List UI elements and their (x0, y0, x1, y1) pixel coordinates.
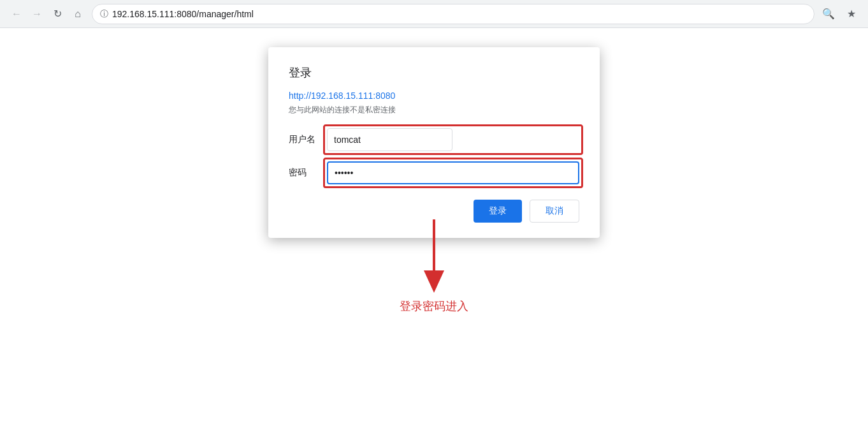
back-icon: ← (11, 8, 22, 20)
login-button[interactable]: 登录 (474, 200, 522, 223)
address-bar[interactable]: ⓘ 192.168.15.111:8080/manager/html (92, 4, 814, 24)
toolbar-right: 🔍 ★ (820, 5, 860, 23)
username-wrapper (327, 128, 579, 151)
nav-buttons: ← → ↻ ⌂ (8, 5, 87, 23)
dialog-url: http://192.168.15.111:8080 (289, 91, 579, 101)
annotation-text: 登录密码进入 (400, 299, 468, 314)
zoom-button[interactable]: 🔍 (820, 5, 837, 23)
password-input[interactable] (327, 161, 579, 184)
url-text: 192.168.15.111:8080/manager/html (112, 9, 254, 19)
back-button[interactable]: ← (8, 5, 25, 23)
browser-content: 登录 http://192.168.15.111:8080 您与此网站的连接不是… (0, 28, 868, 435)
star-icon: ★ (847, 8, 856, 20)
forward-button[interactable]: → (28, 5, 46, 23)
password-label: 密码 (289, 167, 327, 179)
reload-button[interactable]: ↻ (48, 5, 66, 23)
browser-toolbar: ← → ↻ ⌂ ⓘ 192.168.15.111:8080/manager/ht… (0, 0, 868, 28)
bookmark-button[interactable]: ★ (843, 5, 860, 23)
dialog-subtitle: 您与此网站的连接不是私密连接 (289, 105, 579, 115)
zoom-icon: 🔍 (822, 8, 835, 20)
home-button[interactable]: ⌂ (69, 5, 87, 23)
cancel-button[interactable]: 取消 (530, 200, 579, 223)
login-dialog: 登录 http://192.168.15.111:8080 您与此网站的连接不是… (268, 47, 600, 238)
address-bar-container: ⓘ 192.168.15.111:8080/manager/html (92, 4, 814, 24)
info-icon: ⓘ (100, 8, 108, 20)
password-row: 密码 (289, 161, 579, 184)
dialog-title: 登录 (289, 65, 579, 80)
home-icon: ⌂ (75, 8, 81, 20)
username-row: 用户名 (289, 128, 579, 151)
password-wrapper (327, 161, 579, 184)
username-input[interactable] (327, 128, 452, 151)
browser-chrome: ← → ↻ ⌂ ⓘ 192.168.15.111:8080/manager/ht… (0, 0, 868, 28)
arrow-svg (415, 219, 453, 296)
username-label: 用户名 (289, 134, 327, 145)
annotation-area: 登录密码进入 (400, 219, 468, 314)
svg-marker-1 (424, 270, 444, 293)
reload-icon: ↻ (54, 8, 62, 20)
forward-icon: → (32, 8, 42, 20)
